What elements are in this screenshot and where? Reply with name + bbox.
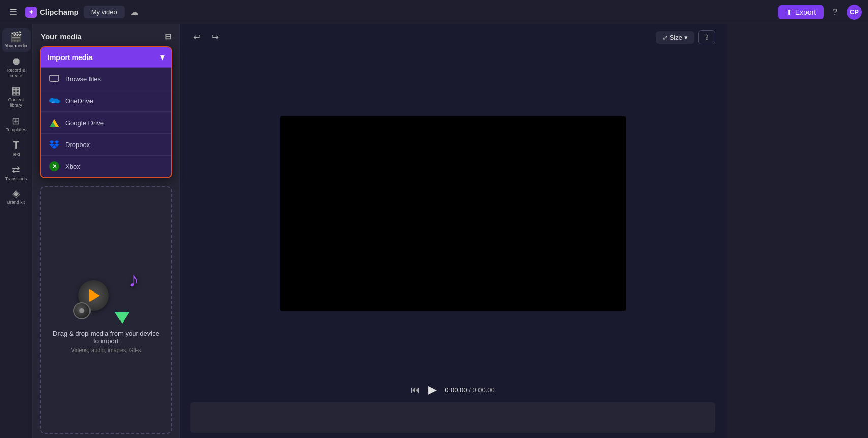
svg-rect-0 (50, 75, 59, 81)
disc-icon (73, 302, 91, 319)
time-display: 0:00.00 / 0:00.00 (445, 386, 495, 394)
cloud-icon: ☁ (130, 7, 139, 18)
sidebar-item-label-content: Content library (4, 97, 28, 108)
video-canvas (280, 116, 626, 311)
resize-icon: ⤢ (662, 34, 668, 41)
sidebar-item-record-create[interactable]: ⏺ Record & create (2, 53, 31, 82)
arrow-icon (115, 312, 129, 324)
media-icons-group: ♪ (73, 268, 139, 324)
export-upload-icon: ⬆ (786, 8, 792, 16)
sidebar-item-your-media[interactable]: 🎬 Your media (2, 28, 31, 52)
svg-marker-7 (49, 140, 54, 143)
share-icon: ⇪ (704, 33, 710, 41)
music-note-icon: ♪ (129, 268, 139, 292)
google-drive-icon (49, 117, 60, 128)
sidebar-item-label-templates: Templates (6, 127, 26, 133)
drag-drop-text: Drag & drop media from your device to im… (51, 330, 161, 353)
sidebar-item-transitions[interactable]: ⇄ Transitions (2, 161, 31, 185)
hamburger-menu[interactable]: ☰ (6, 5, 20, 20)
drag-drop-area[interactable]: ♪ Drag & drop media from your device to … (40, 186, 172, 434)
sidebar-item-label-your-media: Your media (5, 43, 27, 49)
sidebar-item-templates[interactable]: ⊞ Templates (2, 112, 31, 136)
panel-title: Your media (41, 32, 82, 41)
sidebar-item-label-transitions: Transitions (5, 176, 27, 182)
topbar: ☰ ✦ Clipchamp My video ☁ ⬆ Export ? CP (0, 0, 868, 24)
redo-button[interactable]: ↪ (208, 30, 222, 45)
right-panel (726, 24, 868, 438)
monitor-icon (49, 73, 60, 84)
xbox-item[interactable]: ✕ Xbox (41, 155, 171, 177)
your-media-icon: 🎬 (10, 32, 22, 42)
xbox-label: Xbox (65, 163, 80, 170)
panel-header-icons: ⊟ (165, 32, 171, 41)
text-icon: T (13, 140, 19, 150)
templates-icon: ⊞ (12, 115, 20, 126)
time-separator: / (467, 386, 473, 394)
media-panel: Your media ⊟ Import media ▾ Browse fi (33, 24, 180, 438)
import-media-button[interactable]: Import media ▾ (41, 47, 171, 68)
panel-icon-grid[interactable]: ⊟ (165, 32, 171, 41)
main-layout: 🎬 Your media ⏺ Record & create ▦ Content… (0, 24, 868, 438)
center-area: ↩ ↪ ⤢ Size ▾ ⇪ ⏮ ▶ 0:00.00 / 0:00.00 (180, 24, 726, 438)
record-icon: ⏺ (11, 56, 21, 66)
brand-kit-icon: ◈ (12, 188, 20, 198)
google-drive-label: Google Drive (65, 119, 104, 127)
dropbox-label: Dropbox (65, 141, 90, 149)
size-label: Size (670, 34, 682, 41)
import-dropdown: Import media ▾ Browse files (40, 46, 172, 178)
time-total: 0:00.00 (472, 386, 494, 394)
sidebar-item-brand-kit[interactable]: ◈ Brand kit (2, 185, 31, 209)
sidebar-item-label-text: Text (12, 152, 20, 157)
playback-controls: ⏮ ▶ 0:00.00 / 0:00.00 (180, 377, 726, 402)
drag-drop-sub-text: Videos, audio, images, GIFs (51, 347, 161, 353)
xbox-icon: ✕ (49, 161, 60, 172)
panel-header: Your media ⊟ (33, 24, 179, 46)
active-tab[interactable]: My video (84, 6, 125, 18)
share-button[interactable]: ⇪ (698, 30, 715, 44)
chevron-down-icon: ▾ (160, 52, 164, 62)
undo-button[interactable]: ↩ (190, 30, 204, 45)
onedrive-label: OneDrive (65, 97, 93, 105)
time-current: 0:00.00 (445, 386, 467, 394)
size-chevron-icon: ▾ (684, 34, 688, 41)
app-title: Clipchamp (40, 8, 79, 16)
sidebar-item-label-brand-kit: Brand kit (7, 200, 25, 206)
editor-toolbar: ↩ ↪ ⤢ Size ▾ ⇪ (180, 24, 726, 50)
avatar[interactable]: CP (847, 5, 862, 20)
timeline[interactable] (190, 402, 715, 433)
browse-files-item[interactable]: Browse files (41, 68, 171, 90)
sidebar-item-text[interactable]: T Text (2, 137, 31, 160)
export-button[interactable]: ⬆ Export (778, 5, 824, 19)
export-label: Export (795, 8, 816, 16)
sidebar-item-content-library[interactable]: ▦ Content library (2, 82, 31, 111)
size-button[interactable]: ⤢ Size ▾ (656, 31, 694, 44)
onedrive-icon (49, 95, 60, 106)
onedrive-item[interactable]: OneDrive (41, 90, 171, 111)
dropbox-item[interactable]: Dropbox (41, 133, 171, 155)
logo-icon: ✦ (25, 7, 37, 18)
sidebar: 🎬 Your media ⏺ Record & create ▦ Content… (0, 24, 33, 438)
content-library-icon: ▦ (11, 85, 21, 96)
toolbar-right: ⤢ Size ▾ ⇪ (656, 30, 715, 44)
skip-back-button[interactable]: ⏮ (411, 385, 420, 395)
drag-drop-main-text: Drag & drop media from your device to im… (51, 330, 161, 345)
transitions-icon: ⇄ (12, 164, 20, 174)
play-button[interactable]: ▶ (428, 383, 437, 396)
sidebar-item-label-record: Record & create (4, 68, 28, 79)
video-preview (180, 50, 726, 377)
toolbar-left: ↩ ↪ (190, 30, 222, 45)
browse-files-label: Browse files (65, 75, 101, 83)
import-media-label: Import media (48, 53, 93, 62)
help-button[interactable]: ? (829, 6, 842, 19)
dropbox-icon (49, 139, 60, 150)
google-drive-item[interactable]: Google Drive (41, 111, 171, 133)
svg-marker-8 (54, 140, 59, 143)
app-logo: ✦ Clipchamp (25, 7, 79, 18)
